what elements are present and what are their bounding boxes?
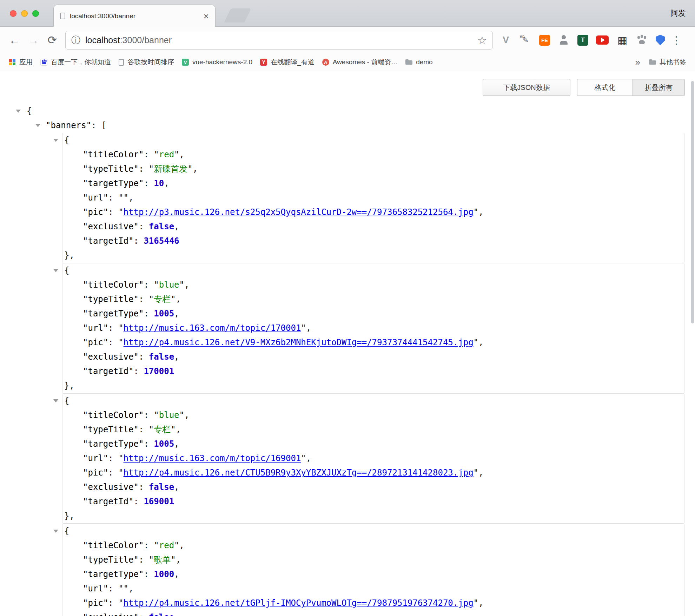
forward-icon[interactable]: →	[25, 32, 41, 48]
bookmark-star-icon[interactable]: ☆	[477, 34, 487, 46]
extensions-bar: V✎FET▦	[500, 34, 665, 46]
json-url-link[interactable]: http://p4.music.126.net/V9-MXz6b2MNhEKju…	[124, 338, 474, 347]
shield-icon[interactable]	[656, 35, 665, 45]
doc-icon	[119, 59, 124, 66]
json-object-close: },	[62, 379, 684, 393]
json-object-close: },	[62, 509, 684, 523]
json-property: "url": "http://music.163.com/m/topic/170…	[62, 321, 684, 335]
translate-icon[interactable]: ✎	[519, 34, 531, 46]
collapse-all-button[interactable]: 折叠所有	[633, 79, 685, 96]
json-url-link[interactable]: http://p4.music.126.net/CTU5B9R9y3XyYBZX…	[124, 468, 474, 478]
view-toggle-group: 格式化 折叠所有	[577, 79, 685, 96]
json-object-open: {	[62, 263, 684, 278]
bookmark-item[interactable]: demo	[402, 57, 437, 68]
bookmark-label: 在线翻译_有道	[271, 58, 315, 67]
scrollbar-thumb[interactable]	[691, 81, 694, 323]
json-property: "url": "",	[62, 582, 684, 596]
reload-icon[interactable]: ⟳	[44, 32, 60, 48]
collapse-toggle-icon[interactable]	[35, 124, 40, 127]
contacts-icon[interactable]	[558, 34, 570, 46]
bookmark-item[interactable]: Y在线翻译_有道	[256, 56, 318, 68]
json-url-link[interactable]: http://music.163.com/m/topic/169001	[124, 453, 301, 463]
other-bookmarks-folder[interactable]: 其他书签	[645, 56, 690, 68]
json-url-link[interactable]: http://p4.music.126.net/tGPljf-IMOCyPvum…	[124, 598, 474, 608]
collapse-toggle-icon[interactable]	[53, 399, 58, 402]
format-button[interactable]: 格式化	[577, 79, 633, 96]
bookmark-item[interactable]: 谷歌按时间排序	[115, 56, 178, 68]
browser-menu-icon[interactable]: ⋮	[671, 34, 682, 46]
json-property: "targetType": 1000,	[62, 567, 684, 582]
json-property: "pic": "http://p4.music.126.net/CTU5B9R9…	[62, 466, 684, 480]
json-url-link[interactable]: http://p3.music.126.net/s25q2x5QyqsAzilC…	[124, 207, 474, 217]
json-object: {"titleColor": "blue","typeTitle": "专栏",…	[62, 393, 684, 524]
download-json-button[interactable]: 下载JSON数据	[483, 79, 570, 96]
json-property: "pic": "http://p4.music.126.net/V9-MXz6b…	[62, 335, 684, 350]
apps-icon	[9, 59, 16, 66]
json-url-link[interactable]: http://music.163.com/m/topic/170001	[124, 323, 301, 333]
json-object: {"titleColor": "blue","typeTitle": "专栏",…	[62, 263, 684, 393]
other-bookmarks-label: 其他书签	[660, 58, 686, 67]
bookmark-label: Awesomes - 前端资…	[333, 58, 398, 67]
json-object-close: },	[62, 248, 684, 263]
json-property: "url": "http://music.163.com/m/topic/169…	[62, 451, 684, 466]
browser-toolbar: ← → ⟳ ⓘ localhost:3000/banner ☆ V✎FET▦ ⋮	[0, 27, 695, 53]
folder-icon	[649, 59, 656, 66]
back-icon[interactable]: ←	[6, 32, 22, 48]
json-property: "typeTitle": "歌单",	[62, 553, 684, 567]
json-property: "targetType": 1005,	[62, 307, 684, 321]
collapse-toggle-icon[interactable]	[53, 139, 58, 142]
tampermonkey-icon[interactable]: T	[577, 35, 588, 46]
bookmark-label: 百度一下，你就知道	[51, 58, 111, 67]
json-property: "url": "",	[62, 191, 684, 205]
page-content: {"banners": [{"titleColor": "red","typeT…	[0, 71, 695, 616]
json-object-open: {	[62, 524, 684, 538]
collapse-toggle-icon[interactable]	[53, 530, 58, 533]
json-property: "targetId": 3165446	[62, 234, 684, 248]
json-property: "targetId": 169001	[62, 494, 684, 509]
window-zoom-button[interactable]	[32, 10, 39, 17]
bookmark-item[interactable]: Vvue-hackernews-2.0	[178, 57, 256, 68]
json-property: "titleColor": "blue",	[62, 278, 684, 292]
qrcode-icon[interactable]: ▦	[616, 34, 628, 46]
paw-icon[interactable]	[636, 34, 648, 46]
bookmarks-overflow-icon[interactable]: »	[630, 57, 645, 68]
collapse-toggle-icon[interactable]	[53, 269, 58, 272]
window-titlebar: localhost:3000/banner × 阿发	[0, 0, 695, 27]
browser-tab[interactable]: localhost:3000/banner ×	[53, 5, 216, 27]
json-property: "targetType": 1005,	[62, 437, 684, 451]
vue-icon: V	[182, 59, 189, 66]
bookmark-label: 应用	[19, 58, 33, 67]
bookmark-item[interactable]: AAwesomes - 前端资…	[318, 56, 402, 68]
vimium-icon[interactable]: V	[500, 34, 512, 46]
bookmarks-bar: 应用百度一下，你就知道谷歌按时间排序Vvue-hackernews-2.0Y在线…	[0, 53, 695, 71]
json-property: "exclusive": false,	[62, 219, 684, 234]
address-bar[interactable]: ⓘ localhost:3000/banner ☆	[65, 31, 493, 50]
json-property: "exclusive": false	[62, 610, 684, 616]
baidu-icon	[40, 59, 47, 66]
youdao-icon: Y	[260, 59, 267, 66]
json-property: "exclusive": false,	[62, 480, 684, 494]
collapse-toggle-icon[interactable]	[16, 110, 21, 113]
json-object: {"titleColor": "red","typeTitle": "新碟首发"…	[62, 133, 684, 263]
json-property: "typeTitle": "新碟首发",	[62, 162, 684, 176]
json-property: "typeTitle": "专栏",	[62, 422, 684, 437]
window-minimize-button[interactable]	[21, 10, 28, 17]
json-property: "targetId": 170001	[62, 364, 684, 379]
traffic-lights	[10, 10, 39, 17]
tab-close-icon[interactable]: ×	[204, 12, 209, 21]
json-object-open: {	[62, 133, 684, 148]
page-info-icon[interactable]: ⓘ	[71, 34, 80, 46]
bookmark-item[interactable]: 应用	[5, 56, 37, 68]
json-property: "targetType": 10,	[62, 176, 684, 191]
youtube-icon[interactable]	[596, 35, 609, 45]
json-root-open: {	[0, 104, 684, 118]
new-tab-button[interactable]	[224, 8, 251, 22]
json-property: "titleColor": "blue",	[62, 408, 684, 422]
json-property: "exclusive": false,	[62, 350, 684, 364]
bookmarks-list: 应用百度一下，你就知道谷歌按时间排序Vvue-hackernews-2.0Y在线…	[5, 56, 437, 68]
json-object: {"titleColor": "red","typeTitle": "歌单","…	[62, 524, 684, 616]
fe-icon[interactable]: FE	[539, 35, 550, 46]
window-close-button[interactable]	[10, 10, 16, 17]
profile-name[interactable]: 阿发	[670, 8, 686, 19]
bookmark-item[interactable]: 百度一下，你就知道	[37, 56, 115, 68]
